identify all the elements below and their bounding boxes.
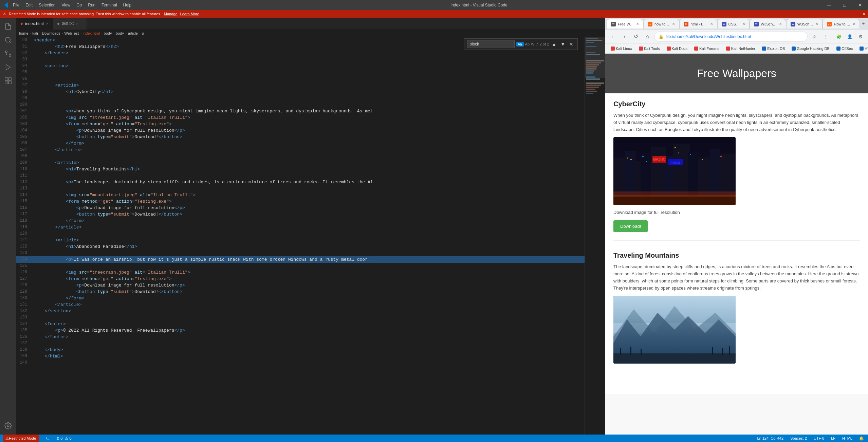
address-bar[interactable]: 🔒 file:///home/kali/Downloads/WebTest/in… <box>654 32 808 42</box>
breadcrumb-downloads[interactable]: Downloads <box>42 31 60 35</box>
webpage: Free Wallpapers CyberCity When you think… <box>605 54 868 394</box>
find-regex-btn[interactable]: .* <box>536 42 538 46</box>
status-notification-bell[interactable]: 🔔 <box>858 436 865 441</box>
tab-index-html[interactable]: ◆ index.html ✕ <box>16 18 53 30</box>
status-right: Ln 124, Col 442 Spaces: 2 UTF-8 LF HTML … <box>756 436 865 441</box>
settings-icon[interactable] <box>2 420 14 432</box>
browser-tab-close-css[interactable]: ✕ <box>742 22 745 26</box>
reload-button[interactable]: ↺ <box>631 32 641 41</box>
breadcrumb-webtest[interactable]: WebTest <box>64 31 79 35</box>
menu-help[interactable]: Help <box>121 1 134 9</box>
bookmark-kali-nethunter[interactable]: Kali NetHunter <box>723 46 758 51</box>
code-line-108: 108 <box>16 153 585 160</box>
bookmark-google-hacking[interactable]: Google Hacking DB <box>789 46 832 51</box>
browser-tab-force[interactable]: 🦊 how to force a... ✕ <box>643 19 679 29</box>
breadcrumb-section[interactable]: body <box>116 31 124 35</box>
minimize-button[interactable]: ─ <box>821 0 837 10</box>
breadcrumb-body[interactable]: body <box>104 31 112 35</box>
breadcrumb-article[interactable]: article <box>128 31 138 35</box>
svg-point-49 <box>48 439 49 440</box>
bookmark-exploit-db[interactable]: Exploit-DB <box>759 46 788 51</box>
learn-more-link[interactable]: Learn More <box>180 12 199 16</box>
find-prev-button[interactable]: ▲ <box>550 41 558 47</box>
bookmark-offsec[interactable]: OffSec <box>834 46 855 51</box>
browser-tab-w3schools1[interactable]: W W3Schools Tri... ✕ <box>750 19 786 29</box>
find-case-btn[interactable]: Ab <box>525 42 530 46</box>
browser-menu-button[interactable]: ⋮ <box>821 32 831 41</box>
tab-close-test[interactable]: ✕ <box>76 22 78 25</box>
new-tab-button[interactable]: + <box>860 19 867 29</box>
bookmark-kali-docs[interactable]: Kali Docs <box>664 46 690 51</box>
extensions-icon[interactable] <box>2 75 14 87</box>
menu-run[interactable]: Run <box>85 1 98 9</box>
code-line-93: 93 <box>16 56 585 63</box>
code-line-96: 96 <box>16 76 585 82</box>
status-position[interactable]: Ln 124, Col 442 <box>756 436 785 441</box>
status-encoding[interactable]: UTF-8 <box>812 436 826 441</box>
warning-count: 0 <box>69 436 71 440</box>
svg-rect-33 <box>675 147 676 148</box>
home-button[interactable]: ⌂ <box>643 32 652 41</box>
code-line-140: 140 <box>16 360 585 366</box>
find-input[interactable] <box>467 40 515 48</box>
menu-go[interactable]: Go <box>74 1 85 9</box>
breadcrumb-p[interactable]: p <box>142 31 144 35</box>
svg-rect-29 <box>627 158 628 159</box>
restricted-bar-close[interactable]: ✕ <box>862 12 865 16</box>
article-cybercity-download-btn[interactable]: Download! <box>613 220 648 232</box>
tab-close-index[interactable]: ✕ <box>46 22 49 25</box>
browser-tab-css-buttons[interactable]: W CSS Buttons ✕ <box>717 19 750 29</box>
debug-icon[interactable] <box>2 61 14 73</box>
browser-tab-close-wallpapers[interactable]: ✕ <box>636 22 639 26</box>
back-button[interactable]: ‹ <box>608 32 617 41</box>
menu-terminal[interactable]: Terminal <box>99 1 119 9</box>
maximize-button[interactable]: □ <box>837 0 852 10</box>
find-close-button[interactable]: ✕ <box>568 41 575 47</box>
breadcrumb-indexhtml[interactable]: index.html <box>83 31 100 35</box>
editor-area: ◆ index.html ✕ ◆ test.txt ✕ home › kali … <box>16 18 605 435</box>
kali-docs-favicon <box>667 47 671 51</box>
manage-link[interactable]: Manage <box>164 12 178 16</box>
browser-tab-close-w3s1[interactable]: ✕ <box>779 22 782 26</box>
close-button[interactable]: ✕ <box>852 0 868 10</box>
status-restricted-mode[interactable]: ⚠ Restricted Mode <box>3 435 39 442</box>
bookmark-kali-linux[interactable]: Kali Linux <box>608 46 635 51</box>
browser-tab-how-to-move[interactable]: 🦊 How to move a... ✕ <box>823 19 860 29</box>
source-control-icon[interactable] <box>2 48 14 60</box>
error-icon: ⊗ <box>56 436 59 440</box>
find-next-button[interactable]: ▼ <box>559 41 567 47</box>
settings-browser-button[interactable]: ⚙ <box>856 32 865 41</box>
browser-tab-wallpapers[interactable]: W Free Wallpapers ✕ <box>607 19 643 29</box>
svg-rect-30 <box>630 159 632 160</box>
browser-tab-close-w3s2[interactable]: ✕ <box>815 22 818 26</box>
search-icon-activity[interactable] <box>2 34 14 46</box>
bookmark-kali-forums[interactable]: Kali Forums <box>691 46 722 51</box>
files-icon[interactable] <box>2 20 14 33</box>
menu-edit[interactable]: Edit <box>23 1 35 9</box>
code-line-107: 107 </article> <box>16 147 585 153</box>
bookmark-html-layout[interactable]: HTML Layout Element... <box>857 46 868 51</box>
status-language[interactable]: HTML <box>841 436 854 441</box>
browser-tab-close-force[interactable]: ✕ <box>672 22 675 26</box>
account-button[interactable]: 👤 <box>845 32 854 41</box>
status-spaces[interactable]: Spaces: 2 <box>789 436 808 441</box>
forward-button[interactable]: › <box>620 32 629 41</box>
tab-test-txt[interactable]: ◆ test.txt ✕ <box>53 18 87 30</box>
status-git[interactable] <box>44 436 51 440</box>
find-word-btn[interactable]: W <box>531 42 534 46</box>
breadcrumb-kali[interactable]: kali <box>32 31 38 35</box>
status-eol[interactable]: LF <box>830 436 837 441</box>
browser-tab-close-html[interactable]: ✕ <box>710 22 713 26</box>
bookmark-kali-tools[interactable]: Kali Tools <box>636 46 663 51</box>
extensions-browser-button[interactable]: 🧩 <box>834 32 844 41</box>
bookmark-star-button[interactable]: ☆ <box>810 32 819 41</box>
menu-file[interactable]: File <box>10 1 22 9</box>
browser-tab-close-move[interactable]: ✕ <box>853 22 855 26</box>
menu-selection[interactable]: Selection <box>36 1 58 9</box>
menu-view[interactable]: View <box>59 1 73 9</box>
breadcrumb-home[interactable]: home <box>19 31 29 35</box>
browser-tab-html-image[interactable]: H html - Image ex... ✕ <box>679 19 717 29</box>
browser-tab-w3schools2[interactable]: W W3Schools Tri... ✕ <box>786 19 823 29</box>
code-editor[interactable]: 90 <header> 91 <h2>Free Wallpapers</h2> … <box>16 37 585 435</box>
status-errors[interactable]: ⊗ 0 ⚠ 0 <box>55 436 73 441</box>
